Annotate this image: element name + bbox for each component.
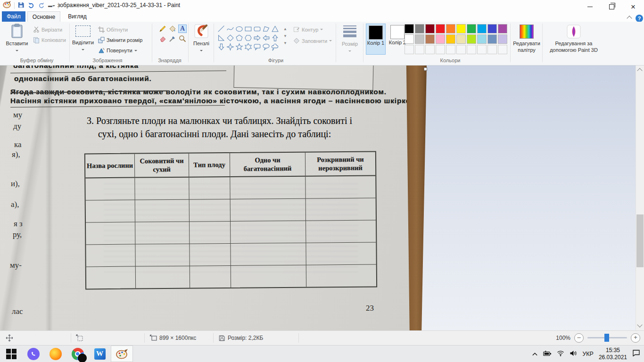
shape-right-triangle[interactable] — [217, 33, 225, 42]
customize-qat-button[interactable]: ▬ — [48, 3, 55, 8]
select-button[interactable]: Виділити — [72, 24, 94, 54]
taskbar-paint-active[interactable] — [111, 346, 133, 362]
text-tool[interactable]: A — [178, 25, 187, 33]
palette-swatch[interactable] — [477, 34, 487, 44]
palette-swatch[interactable] — [477, 24, 487, 33]
start-button[interactable] — [0, 346, 22, 362]
palette-swatch[interactable] — [405, 24, 414, 33]
palette-swatch[interactable] — [425, 24, 435, 33]
shape-star-6[interactable] — [244, 42, 252, 51]
help-button[interactable]: ? — [636, 15, 643, 22]
shape-polygon[interactable] — [262, 25, 270, 33]
palette-swatch[interactable] — [456, 24, 466, 33]
scroll-up-arrow[interactable] — [638, 68, 642, 72]
zoom-slider[interactable] — [587, 337, 627, 338]
palette-swatch[interactable] — [498, 24, 507, 33]
shape-diamond[interactable] — [226, 33, 234, 42]
color1-button[interactable]: Колір 1 — [366, 24, 386, 55]
palette-swatch[interactable] — [467, 34, 476, 44]
paste-dropdown[interactable] — [16, 50, 18, 53]
size-button[interactable]: Розмір — [339, 25, 361, 55]
palette-swatch-empty[interactable] — [477, 45, 487, 54]
shape-star-5[interactable] — [235, 42, 243, 51]
palette-swatch-empty[interactable] — [456, 45, 466, 54]
action-center-icon[interactable] — [632, 349, 640, 358]
wifi-icon[interactable] — [557, 350, 564, 358]
select-dropdown[interactable] — [82, 49, 84, 52]
palette-swatch[interactable] — [498, 34, 507, 44]
shape-outline-button[interactable]: Контур — [293, 26, 323, 33]
scroll-down-arrow[interactable] — [638, 324, 642, 328]
shape-line[interactable] — [217, 25, 225, 33]
paint3d-button[interactable]: Редагування за допомогою Paint 3D — [546, 25, 602, 54]
palette-swatch[interactable] — [425, 34, 435, 44]
pencil-tool[interactable] — [158, 25, 167, 33]
fill-tool[interactable] — [168, 25, 177, 33]
shape-rectangle[interactable] — [244, 25, 252, 33]
brushes-button[interactable]: Пензлі — [191, 24, 212, 55]
language-indicator[interactable]: УКР — [582, 351, 594, 357]
tab-home[interactable]: Основне — [27, 11, 60, 22]
palette-swatch[interactable] — [415, 24, 424, 33]
shape-arrow-up[interactable] — [271, 33, 279, 42]
eraser-tool[interactable] — [158, 34, 167, 43]
taskbar-word[interactable]: W — [89, 346, 111, 362]
shape-callout-cloud[interactable] — [271, 42, 279, 51]
taskbar-viber[interactable] — [22, 346, 44, 362]
shape-triangle[interactable] — [271, 25, 279, 33]
canvas-resize-handle[interactable] — [424, 67, 427, 71]
shape-star-4[interactable] — [226, 42, 234, 51]
paste-button[interactable]: Вставити — [5, 24, 29, 55]
palette-swatch-empty[interactable] — [405, 45, 414, 54]
palette-swatch[interactable] — [415, 34, 424, 44]
shape-rounded-rectangle[interactable] — [253, 25, 261, 33]
palette-swatch[interactable] — [436, 24, 445, 33]
color-picker-tool[interactable] — [168, 34, 177, 43]
shape-curve[interactable] — [226, 25, 234, 33]
cut-button[interactable]: Вирізати — [33, 26, 62, 33]
collapse-ribbon-button[interactable] — [626, 16, 633, 20]
shape-callout-rounded[interactable] — [253, 42, 261, 51]
shape-hexagon[interactable] — [244, 33, 252, 42]
taskbar-firefox[interactable] — [44, 346, 66, 362]
shape-arrow-left[interactable] — [262, 33, 270, 42]
copy-button[interactable]: Копіювати — [33, 37, 66, 43]
crop-button[interactable]: Обітнути — [98, 26, 128, 33]
shape-arrow-right[interactable] — [253, 33, 261, 42]
palette-swatch-empty[interactable] — [446, 45, 455, 54]
edit-palette-button[interactable]: Редагувати палітру — [513, 25, 540, 54]
palette-swatch[interactable] — [467, 24, 476, 33]
redo-button[interactable] — [38, 1, 45, 10]
zoom-in-button[interactable]: + — [631, 333, 640, 343]
save-button[interactable] — [17, 1, 25, 10]
shape-fill-button[interactable]: Заповнити — [293, 38, 332, 44]
palette-swatch-empty[interactable] — [415, 45, 424, 54]
palette-swatch-empty[interactable] — [498, 45, 507, 54]
palette-swatch[interactable] — [487, 24, 497, 33]
zoom-slider-thumb[interactable] — [604, 334, 609, 342]
resize-button[interactable]: Змінити розмір — [98, 37, 142, 43]
battery-icon[interactable] — [543, 350, 552, 358]
tab-file[interactable]: Файл — [2, 11, 25, 22]
palette-swatch[interactable] — [456, 34, 466, 44]
shape-pentagon[interactable] — [235, 33, 243, 42]
palette-swatch-empty[interactable] — [467, 45, 476, 54]
tab-view[interactable]: Вигляд — [62, 11, 92, 22]
palette-swatch[interactable] — [405, 34, 414, 44]
shape-callout-oval[interactable] — [262, 42, 270, 51]
magnifier-tool[interactable] — [178, 34, 187, 43]
brushes-dropdown[interactable] — [200, 50, 203, 53]
palette-swatch[interactable] — [446, 24, 455, 33]
palette-swatch[interactable] — [446, 34, 455, 44]
zoom-out-button[interactable]: – — [574, 333, 584, 343]
shapes-scroll[interactable]: ▲▼▼ — [282, 25, 288, 47]
clock[interactable]: 15:35 26.03.2021 — [599, 347, 627, 361]
rotate-dropdown[interactable] — [134, 50, 137, 53]
palette-swatch[interactable] — [487, 34, 497, 44]
canvas-area[interactable]: багатонасінний плід, а кістянка однонасі… — [0, 66, 644, 330]
undo-button[interactable] — [27, 1, 35, 10]
scrollbar-thumb[interactable] — [636, 214, 644, 267]
palette-swatch-empty[interactable] — [436, 45, 445, 54]
palette-swatch-empty[interactable] — [425, 45, 435, 54]
taskbar-chrome[interactable] — [66, 346, 89, 362]
